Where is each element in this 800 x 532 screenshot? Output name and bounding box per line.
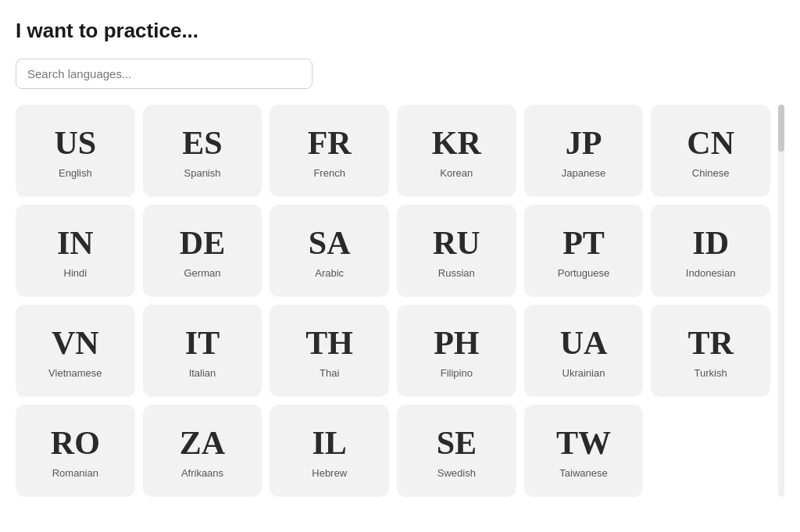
language-name: Vietnamese xyxy=(48,367,102,379)
language-code: PT xyxy=(562,227,605,259)
language-name: German xyxy=(184,267,221,279)
language-code: DE xyxy=(180,227,225,259)
language-name: English xyxy=(59,167,92,179)
language-card-pt[interactable]: PTPortuguese xyxy=(524,205,644,297)
scrollbar-thumb[interactable] xyxy=(778,105,784,152)
language-name: Romanian xyxy=(52,467,98,479)
language-name: Swedish xyxy=(438,467,476,479)
language-code: VN xyxy=(52,327,99,359)
language-card-il[interactable]: ILHebrew xyxy=(270,405,389,497)
language-card-kr[interactable]: KRKorean xyxy=(397,105,516,197)
language-card-vn[interactable]: VNVietnamese xyxy=(16,305,135,397)
language-name: Hindi xyxy=(64,267,88,279)
language-card-us[interactable]: USEnglish xyxy=(16,105,135,197)
language-name: Italian xyxy=(189,367,216,379)
language-code: RU xyxy=(433,227,480,259)
language-name: Korean xyxy=(440,167,473,179)
language-code: CN xyxy=(687,127,734,159)
language-code: FR xyxy=(308,127,352,159)
language-card-de[interactable]: DEGerman xyxy=(143,205,262,297)
language-name: French xyxy=(313,167,345,179)
language-code: IL xyxy=(312,427,346,459)
language-card-th[interactable]: THThai xyxy=(270,305,389,397)
language-card-id[interactable]: IDIndonesian xyxy=(651,205,770,297)
language-card-in[interactable]: INHindi xyxy=(16,205,135,297)
language-card-ro[interactable]: RORomanian xyxy=(16,405,135,497)
scrollbar-track[interactable] xyxy=(778,105,784,497)
language-code: IT xyxy=(185,327,220,359)
language-code: US xyxy=(54,127,96,159)
language-name: Portuguese xyxy=(558,267,610,279)
language-name: Filipino xyxy=(441,367,473,379)
language-name: Chinese xyxy=(692,167,730,179)
language-card-ph[interactable]: PHFilipino xyxy=(397,305,516,397)
language-card-it[interactable]: ITItalian xyxy=(143,305,262,397)
language-name: Ukrainian xyxy=(562,367,605,379)
language-name: Hebrew xyxy=(312,467,347,479)
language-code: ES xyxy=(182,127,222,159)
language-code: TH xyxy=(305,327,353,359)
language-code: RO xyxy=(51,427,100,459)
language-name: Russian xyxy=(438,267,475,279)
language-code: PH xyxy=(434,327,479,359)
language-card-se[interactable]: SESwedish xyxy=(397,405,516,497)
language-code: UA xyxy=(560,327,608,359)
search-input[interactable] xyxy=(16,59,312,89)
language-card-tr[interactable]: TRTurkish xyxy=(651,305,770,397)
search-container xyxy=(16,59,784,89)
language-card-sa[interactable]: SAArabic xyxy=(270,205,389,297)
language-name: Thai xyxy=(320,367,339,379)
language-code: ID xyxy=(692,227,729,259)
language-card-ru[interactable]: RURussian xyxy=(397,205,516,297)
language-name: Turkish xyxy=(695,367,727,379)
language-name: Arabic xyxy=(315,267,344,279)
language-code: IN xyxy=(57,227,94,259)
language-card-es[interactable]: ESSpanish xyxy=(143,105,262,197)
language-card-jp[interactable]: JPJapanese xyxy=(524,105,644,197)
language-code: KR xyxy=(432,127,481,159)
language-code: SA xyxy=(309,227,351,259)
language-name: Spanish xyxy=(184,167,221,179)
language-name: Taiwanese xyxy=(559,467,607,479)
language-code: SE xyxy=(437,427,477,459)
language-card-cn[interactable]: CNChinese xyxy=(651,105,770,197)
language-card-tw[interactable]: TWTaiwanese xyxy=(524,405,644,497)
page-title: I want to practice... xyxy=(16,19,784,43)
language-code: TW xyxy=(556,427,611,459)
language-name: Japanese xyxy=(562,167,605,179)
language-grid-wrapper: USEnglishESSpanishFRFrenchKRKoreanJPJapa… xyxy=(16,105,784,497)
language-name: Afrikaans xyxy=(181,467,223,479)
language-card-ua[interactable]: UAUkrainian xyxy=(524,305,644,397)
language-grid: USEnglishESSpanishFRFrenchKRKoreanJPJapa… xyxy=(16,105,784,497)
language-name: Indonesian xyxy=(686,267,736,279)
language-code: ZA xyxy=(180,427,225,459)
language-card-za[interactable]: ZAAfrikaans xyxy=(143,405,262,497)
language-code: JP xyxy=(566,127,602,159)
language-card-fr[interactable]: FRFrench xyxy=(270,105,389,197)
language-code: TR xyxy=(688,327,733,359)
